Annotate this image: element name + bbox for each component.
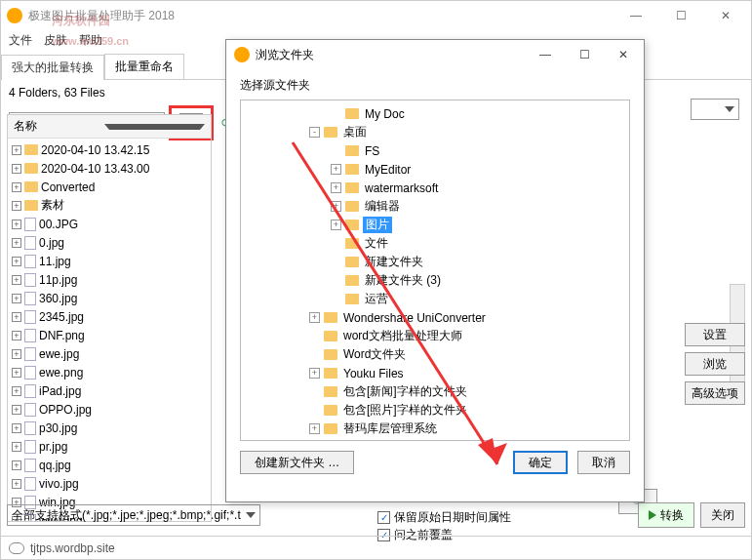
expand-icon[interactable]: +	[331, 201, 341, 212]
tree-item[interactable]: word文档批量处理大师	[243, 327, 627, 345]
list-item[interactable]: +OPPO.jpg	[8, 400, 211, 419]
new-folder-button[interactable]: 创建新文件夹 …	[240, 451, 354, 474]
list-item[interactable]: +qq.jpg	[8, 456, 211, 474]
browse-folder-dialog: 浏览文件夹 — ☐ ✕ 选择源文件夹 My Doc-桌面FS+MyEditor+…	[225, 39, 645, 502]
list-item[interactable]: +Converted	[8, 178, 211, 196]
right-dropdown[interactable]	[691, 99, 739, 120]
tab-batch-rename[interactable]: 批量重命名	[104, 54, 184, 79]
folder-icon	[324, 423, 337, 434]
expand-icon[interactable]: -	[309, 127, 320, 138]
browse-output-button[interactable]: 浏览	[685, 352, 745, 376]
maximize-button[interactable]: ☐	[667, 9, 694, 22]
expand-icon[interactable]: +	[12, 182, 21, 192]
list-item[interactable]: +360.jpg	[8, 289, 211, 307]
folder-icon	[345, 257, 359, 267]
list-item[interactable]: +11.jpg	[8, 252, 211, 270]
tree-item[interactable]: Word文件夹	[243, 345, 627, 364]
tree-item[interactable]: 新建文件夹 (3)	[243, 271, 627, 290]
tree-item[interactable]: +编辑器	[243, 197, 627, 216]
file-icon	[24, 384, 36, 398]
expand-icon[interactable]: +	[309, 312, 320, 323]
column-header[interactable]: 名称	[8, 115, 211, 139]
list-item[interactable]: +2020-04-10 13.42.15	[8, 140, 211, 159]
expand-icon[interactable]: +	[12, 331, 21, 340]
dialog-close[interactable]: ✕	[611, 48, 636, 61]
format-filter-combo[interactable]: 全部支持格式(*.jpg;*.jpe;*.jpeg;*.bmp;*.gif;*.…	[7, 504, 260, 526]
list-item[interactable]: +pr.jpg	[8, 437, 211, 456]
expand-icon[interactable]: +	[12, 164, 21, 174]
list-item[interactable]: +0.jpg	[8, 233, 211, 252]
expand-icon[interactable]: +	[12, 368, 21, 378]
expand-icon[interactable]: +	[12, 479, 21, 489]
dialog-minimize[interactable]: —	[533, 48, 558, 61]
list-item[interactable]: +2345.jpg	[8, 307, 211, 326]
expand-icon[interactable]: +	[12, 312, 21, 322]
expand-icon[interactable]: +	[309, 423, 320, 434]
file-name: 2020-04-10 13.43.00	[41, 162, 149, 176]
cancel-button[interactable]: 取消	[577, 451, 630, 474]
tree-item[interactable]: 包含[照片]字样的文件夹	[243, 401, 627, 420]
tree-item[interactable]: 运营	[243, 290, 627, 308]
tree-item[interactable]: My Doc	[243, 104, 627, 123]
tree-item[interactable]: +MyEditor	[243, 160, 627, 179]
tree-item[interactable]: 新建文件夹	[243, 253, 627, 271]
folder-tree[interactable]: My Doc-桌面FS+MyEditor+watermarksoft+编辑器+图…	[240, 100, 630, 441]
convert-button[interactable]: 转换	[638, 502, 694, 528]
expand-icon[interactable]: +	[12, 201, 21, 211]
ok-button[interactable]: 确定	[513, 451, 568, 474]
file-name: 2020-04-10 13.42.15	[41, 143, 149, 157]
expand-icon[interactable]: +	[12, 294, 21, 303]
expand-icon[interactable]: +	[309, 368, 320, 379]
list-item[interactable]: +p30.jpg	[8, 419, 211, 437]
close-action-button[interactable]: 关闭	[700, 502, 745, 528]
list-item[interactable]: +00.JPG	[8, 215, 211, 233]
advanced-button[interactable]: 高级选项	[685, 381, 745, 405]
settings-button[interactable]: 设置	[685, 323, 745, 346]
expand-icon[interactable]: +	[12, 238, 21, 248]
close-button[interactable]: ✕	[712, 9, 739, 22]
folder-icon	[324, 331, 337, 341]
list-item[interactable]: +DNF.png	[8, 326, 211, 344]
list-item[interactable]: +11p.jpg	[8, 270, 211, 289]
tree-item[interactable]: +替玛库层管理系统	[243, 420, 627, 438]
list-item[interactable]: +2020-04-10 13.43.00	[8, 159, 211, 178]
expand-icon[interactable]: +	[12, 349, 21, 359]
expand-icon[interactable]: +	[12, 405, 21, 415]
dialog-maximize[interactable]: ☐	[572, 48, 597, 61]
expand-icon[interactable]: +	[12, 220, 21, 229]
tree-item[interactable]: +图片	[243, 216, 627, 234]
list-item[interactable]: +素材	[8, 196, 211, 215]
minimize-button[interactable]: —	[622, 9, 650, 22]
expand-icon[interactable]: +	[331, 164, 341, 175]
expand-icon[interactable]: +	[12, 386, 21, 396]
expand-icon[interactable]: +	[331, 220, 341, 230]
col-name: 名称	[14, 118, 104, 135]
expand-icon[interactable]: +	[12, 275, 21, 285]
expand-icon[interactable]: +	[12, 145, 21, 155]
dialog-icon	[234, 47, 250, 62]
list-item[interactable]: +ewe.jpg	[8, 344, 211, 363]
list-item[interactable]: +ewe.png	[8, 363, 211, 381]
tree-item[interactable]: +Youku Files	[243, 364, 627, 382]
tree-item[interactable]: FS	[243, 141, 627, 160]
tree-label: 文件	[363, 235, 390, 252]
expand-icon[interactable]: +	[12, 257, 21, 266]
tab-batch-convert[interactable]: 强大的批量转换	[1, 55, 104, 80]
expand-icon[interactable]: +	[331, 182, 341, 193]
tree-item[interactable]: +Wondershare UniConverter	[243, 308, 627, 327]
list-item[interactable]: +iPad.jpg	[8, 381, 211, 400]
tree-item[interactable]: 文件	[243, 234, 627, 253]
tree-item[interactable]: 包含[新闻]字样的文件夹	[243, 382, 627, 401]
menu-file[interactable]: 文件	[9, 32, 32, 50]
expand-icon[interactable]: +	[12, 423, 21, 433]
file-icon	[24, 459, 36, 472]
menu-skin[interactable]: 皮肤	[44, 32, 67, 50]
app-icon	[7, 8, 22, 23]
tree-item[interactable]: +watermarksoft	[243, 179, 627, 197]
expand-icon[interactable]: +	[12, 442, 21, 452]
expand-icon[interactable]: +	[12, 460, 21, 470]
menu-help[interactable]: 帮助	[79, 32, 102, 50]
file-icon	[24, 366, 36, 380]
tree-item[interactable]: -桌面	[243, 123, 627, 141]
list-item[interactable]: +vivo.jpg	[8, 474, 211, 493]
